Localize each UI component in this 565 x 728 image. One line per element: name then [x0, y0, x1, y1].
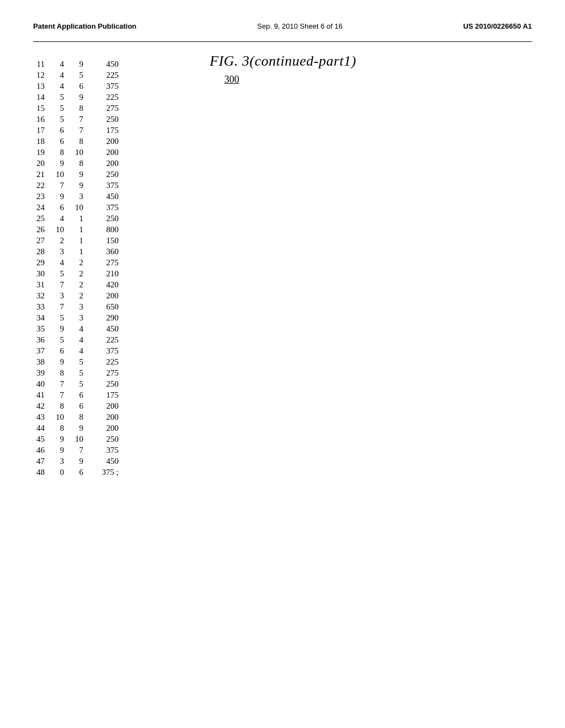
col4-value: 420 — [91, 279, 119, 290]
table-row: 3594450 — [33, 323, 119, 334]
col4-value: 450 — [91, 58, 119, 69]
table-row: 4286200 — [33, 400, 119, 411]
col3-value: 7 — [72, 445, 91, 456]
table-row: 4806375 ; — [33, 467, 119, 478]
col1-value: 41 — [33, 389, 52, 400]
col3-value: 2 — [72, 290, 91, 301]
col3-value: 8 — [72, 411, 91, 422]
col2-value: 4 — [52, 69, 72, 81]
col4-value: 225 — [91, 356, 119, 367]
col4-value: 225 — [91, 334, 119, 345]
col3-value: 10 — [72, 202, 91, 213]
col3-value: 5 — [72, 367, 91, 378]
col2-value: 9 — [52, 356, 72, 367]
col1-value: 22 — [33, 180, 52, 191]
col3-value: 4 — [72, 345, 91, 356]
col2-value: 3 — [52, 290, 72, 301]
col3-value: 6 — [72, 400, 91, 411]
col4-value: 225 — [91, 92, 119, 103]
table-row: 4075250 — [33, 378, 119, 389]
col3-value: 3 — [72, 191, 91, 202]
col2-value: 10 — [52, 411, 72, 422]
col4-value: 375 — [91, 180, 119, 191]
header-date-sheet: Sep. 9, 2010 Sheet 6 of 16 — [257, 22, 343, 30]
col1-value: 31 — [33, 279, 52, 290]
col1-value: 11 — [33, 58, 52, 69]
col3-value: 9 — [72, 456, 91, 467]
col4-value: 375 — [91, 202, 119, 213]
col2-value: 6 — [52, 125, 72, 136]
col4-value: 275 — [91, 257, 119, 268]
col1-value: 47 — [33, 456, 52, 467]
col1-value: 38 — [33, 356, 52, 367]
col1-value: 14 — [33, 92, 52, 103]
figure-title: FIG. 3(continued-part1) — [210, 53, 532, 69]
table-row: 3172420 — [33, 279, 119, 290]
col1-value: 16 — [33, 114, 52, 125]
col2-value: 0 — [52, 467, 72, 478]
col4-value: 200 — [91, 400, 119, 411]
col4-value: 375 — [91, 81, 119, 92]
col4-value: 200 — [91, 147, 119, 158]
col4-value: 250 — [91, 114, 119, 125]
table-row: 3985275 — [33, 367, 119, 378]
col3-value: 6 — [72, 389, 91, 400]
col2-value: 7 — [52, 301, 72, 312]
table-row: 1868200 — [33, 136, 119, 147]
col1-value: 13 — [33, 81, 52, 92]
col4-value: 375 ; — [91, 467, 119, 478]
col2-value: 8 — [52, 422, 72, 433]
col1-value: 44 — [33, 422, 52, 433]
col3-value: 7 — [72, 125, 91, 136]
col2-value: 4 — [52, 81, 72, 92]
table-row: 3052210 — [33, 268, 119, 279]
col4-value: 450 — [91, 323, 119, 334]
col2-value: 9 — [52, 191, 72, 202]
col1-value: 34 — [33, 312, 52, 323]
col3-value: 1 — [72, 235, 91, 246]
col1-value: 21 — [33, 169, 52, 180]
table-row: 43108200 — [33, 411, 119, 422]
col4-value: 225 — [91, 69, 119, 81]
col1-value: 39 — [33, 367, 52, 378]
col1-value: 36 — [33, 334, 52, 345]
col3-value: 4 — [72, 334, 91, 345]
header-publication: Patent Application Publication — [33, 22, 136, 30]
table-row: 21109250 — [33, 169, 119, 180]
col4-value: 250 — [91, 213, 119, 224]
table-row: 3895225 — [33, 356, 119, 367]
col2-value: 5 — [52, 334, 72, 345]
col2-value: 5 — [52, 268, 72, 279]
col2-value: 8 — [52, 367, 72, 378]
col1-value: 48 — [33, 467, 52, 478]
header-patent-number: US 2010/0226650 A1 — [463, 22, 532, 30]
col2-value: 3 — [52, 246, 72, 257]
table-row: 1459225 — [33, 92, 119, 103]
col4-value: 450 — [91, 191, 119, 202]
col1-value: 19 — [33, 147, 52, 158]
col1-value: 18 — [33, 136, 52, 147]
col1-value: 23 — [33, 191, 52, 202]
col2-value: 4 — [52, 58, 72, 69]
col1-value: 37 — [33, 345, 52, 356]
col1-value: 43 — [33, 411, 52, 422]
col4-value: 290 — [91, 312, 119, 323]
col4-value: 375 — [91, 445, 119, 456]
col4-value: 210 — [91, 268, 119, 279]
col1-value: 26 — [33, 224, 52, 235]
col2-value: 2 — [52, 235, 72, 246]
col1-value: 30 — [33, 268, 52, 279]
col1-value: 27 — [33, 235, 52, 246]
col1-value: 12 — [33, 69, 52, 81]
col2-value: 8 — [52, 147, 72, 158]
col4-value: 200 — [91, 290, 119, 301]
col1-value: 40 — [33, 378, 52, 389]
table-row: 4176175 — [33, 389, 119, 400]
col4-value: 360 — [91, 246, 119, 257]
table-row: 2393450 — [33, 191, 119, 202]
col2-value: 5 — [52, 312, 72, 323]
table-row: 4697375 — [33, 445, 119, 456]
col3-value: 10 — [72, 147, 91, 158]
col3-value: 5 — [72, 356, 91, 367]
col1-value: 25 — [33, 213, 52, 224]
